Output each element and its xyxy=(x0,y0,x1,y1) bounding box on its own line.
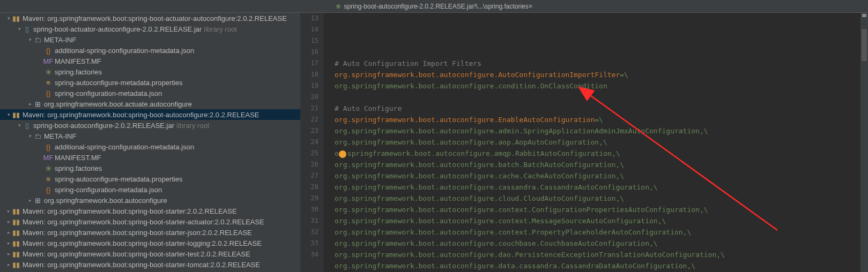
code-line[interactable]: org.springframework.boot.autoconfigure.b… xyxy=(335,159,860,170)
code-line[interactable]: org.springframework.boot.autoconfigure.c… xyxy=(335,170,860,182)
expand-arrow-icon[interactable]: ▸ xyxy=(27,198,33,203)
code-line[interactable]: org.springframework.boot.autoconfigure.a… xyxy=(335,125,860,137)
tree-row[interactable]: ▾🗀META-INF xyxy=(0,34,300,45)
tree-row[interactable]: ❀spring.factories xyxy=(0,163,300,173)
code-area[interactable]: # Auto Configuration Import Filtersorg.s… xyxy=(324,13,860,272)
tree-row[interactable]: {}additional-spring-configuration-metada… xyxy=(0,45,300,56)
line-number: 34 xyxy=(300,249,318,260)
code-line[interactable]: org.springframework.boot.autoconfigure.A… xyxy=(335,69,860,80)
tree-label: org.springframework.boot.actuate.autocon… xyxy=(44,100,192,108)
code-line[interactable]: org.springframework.boot.autoconfigure.c… xyxy=(335,226,860,238)
tree-row[interactable]: ▸▮▮Maven: org.springframework.boot:sprin… xyxy=(0,206,300,216)
expand-arrow-icon[interactable]: ▾ xyxy=(27,37,33,42)
tree-row[interactable]: ▾▮▮Maven: org.springframework.boot:sprin… xyxy=(0,13,300,24)
tree-row[interactable]: ▾▮▮Maven: org.springframework.boot:sprin… xyxy=(0,109,300,120)
tree-label: spring-autoconfigure-metadata.properties xyxy=(55,79,182,87)
tree-row[interactable]: ▸▮▮Maven: org.springframework.boot:sprin… xyxy=(0,227,300,238)
tree-row[interactable]: ▸▮▮Maven: org.springframework.boot:sprin… xyxy=(0,248,300,259)
expand-arrow-icon[interactable]: ▸ xyxy=(5,219,12,224)
lib-icon: ▮▮ xyxy=(12,14,20,22)
tab-title: spring-boot-autoconfigure-2.0.2.RELEASE.… xyxy=(344,3,529,10)
lib-icon: ▮▮ xyxy=(12,250,20,258)
expand-arrow-icon[interactable]: ▸ xyxy=(5,208,12,214)
lib-icon: ▮▮ xyxy=(12,218,20,226)
expand-arrow-icon[interactable]: ▾ xyxy=(27,133,33,139)
code-line[interactable]: org.springframework.boot.autoconfigure.d… xyxy=(335,249,860,260)
line-number: 31 xyxy=(300,215,318,226)
code-line[interactable]: org.springframework.boot.autoconfigure.c… xyxy=(335,80,860,92)
expand-arrow-icon[interactable]: ▸ xyxy=(5,251,12,256)
tree-label: spring-boot-actuator-autoconfigure-2.0.2… xyxy=(33,25,202,33)
line-number: 21 xyxy=(300,103,318,114)
lib-icon: ▮▮ xyxy=(12,207,20,215)
expand-arrow-icon[interactable]: ▸ xyxy=(5,262,12,267)
tree-label: Maven: org.springframework.boot:spring-b… xyxy=(23,239,262,247)
editor-scrollbar[interactable] xyxy=(860,13,868,272)
close-icon[interactable]: × xyxy=(529,2,533,10)
lightbulb-icon[interactable] xyxy=(339,150,346,158)
tree-row[interactable]: ▸⊞org.springframework.boot.autoconfigure xyxy=(0,195,300,206)
lib-icon: ▮▮ xyxy=(12,239,20,247)
expand-arrow-icon[interactable]: ▾ xyxy=(5,112,12,117)
mf-icon: MF xyxy=(44,57,53,65)
tree-label: spring-boot-autoconfigure-2.0.2.RELEASE.… xyxy=(33,122,174,130)
expand-arrow-icon[interactable]: ▸ xyxy=(27,101,33,107)
code-line[interactable]: # Auto Configuration Import Filters xyxy=(335,58,860,69)
editor-tab[interactable]: ❀ spring-boot-autoconfigure-2.0.2.RELEAS… xyxy=(336,3,529,10)
tree-row[interactable]: {}additional-spring-configuration-metada… xyxy=(0,141,300,152)
tree-row[interactable]: ≡spring-autoconfigure-metadata.propertie… xyxy=(0,77,300,88)
pkg-icon: ⊞ xyxy=(33,197,42,205)
project-tree[interactable]: ▾▮▮Maven: org.springframework.boot:sprin… xyxy=(0,13,300,272)
tree-row[interactable]: ▾🗀META-INF xyxy=(0,131,300,141)
jar-icon: ▯ xyxy=(23,25,31,33)
code-line[interactable]: org.springframework.boot.autoconfigure.c… xyxy=(335,215,860,226)
line-number: 32 xyxy=(300,226,318,238)
tree-row[interactable]: ▸▮▮Maven: org.springframework.boot:sprin… xyxy=(0,259,300,270)
tree-row[interactable]: ▾▯spring-boot-actuator-autoconfigure-2.0… xyxy=(0,24,300,34)
tree-row[interactable]: ▸▮▮Maven: org.springframework.boot:sprin… xyxy=(0,238,300,248)
code-line[interactable]: org.springframework.boot.autoconfigure.c… xyxy=(335,238,860,249)
lib-icon: ▮▮ xyxy=(12,111,20,119)
expand-arrow-icon[interactable]: ▾ xyxy=(16,26,23,32)
tree-label: MANIFEST.MF xyxy=(55,57,101,65)
line-number: 26 xyxy=(300,159,318,170)
code-line[interactable]: # Auto Configure xyxy=(335,103,860,114)
code-line[interactable]: ospringframework.boot.autoconfigure.amqp… xyxy=(335,148,860,159)
leaf-icon: ❀ xyxy=(44,164,53,172)
code-line[interactable]: org.springframework.boot.autoconfigure.c… xyxy=(335,193,860,204)
leaf-icon: ❀ xyxy=(336,3,341,10)
code-line[interactable] xyxy=(335,47,860,58)
tree-label: MANIFEST.MF xyxy=(55,154,101,162)
tree-row[interactable]: ❀spring.factories xyxy=(0,66,300,77)
expand-arrow-icon[interactable]: ▸ xyxy=(5,240,12,246)
code-line[interactable]: org.springframework.boot.autoconfigure.a… xyxy=(335,137,860,148)
tree-row[interactable]: ▸▮▮Maven: org.springframework.boot:sprin… xyxy=(0,216,300,227)
tree-label: org.springframework.boot.autoconfigure xyxy=(44,197,167,205)
lib-icon: ▮▮ xyxy=(12,261,20,269)
code-editor[interactable]: 1314151617181920212223242526272829303132… xyxy=(300,13,868,272)
tree-row[interactable]: MFMANIFEST.MF xyxy=(0,56,300,66)
tree-label-suffix: library root xyxy=(204,25,236,33)
line-number: 20 xyxy=(300,92,318,103)
editor-tab-bar: ❀ spring-boot-autoconfigure-2.0.2.RELEAS… xyxy=(0,0,868,13)
tree-row[interactable]: ≡spring-autoconfigure-metadata.propertie… xyxy=(0,173,300,184)
tree-row[interactable]: {}spring-configuration-metadata.json xyxy=(0,184,300,195)
scroll-thumb[interactable] xyxy=(862,29,867,61)
code-line[interactable]: org.springframework.boot.autoconfigure.d… xyxy=(335,260,860,271)
code-line[interactable]: org.springframework.boot.autoconfigure.E… xyxy=(335,114,860,125)
code-line[interactable]: org.springframework.boot.autoconfigure.c… xyxy=(335,204,860,215)
json-icon: {} xyxy=(44,186,53,194)
tree-row[interactable]: ▸⊞org.springframework.boot.actuate.autoc… xyxy=(0,99,300,109)
tree-row[interactable]: {}spring-configuration-metadata.json xyxy=(0,88,300,99)
expand-arrow-icon[interactable]: ▾ xyxy=(16,123,23,128)
code-line[interactable] xyxy=(335,92,860,103)
expand-arrow-icon[interactable]: ▾ xyxy=(5,16,12,21)
tree-row[interactable]: MFMANIFEST.MF xyxy=(0,152,300,163)
code-line[interactable]: org.springframework.boot.autoconfigure.c… xyxy=(335,182,860,193)
line-number: 13 xyxy=(300,13,318,24)
line-number: 29 xyxy=(300,193,318,204)
expand-arrow-icon[interactable]: ▸ xyxy=(5,230,12,235)
folder-icon: 🗀 xyxy=(33,36,42,44)
line-number: 27 xyxy=(300,170,318,182)
tree-row[interactable]: ▾▯spring-boot-autoconfigure-2.0.2.RELEAS… xyxy=(0,120,300,131)
